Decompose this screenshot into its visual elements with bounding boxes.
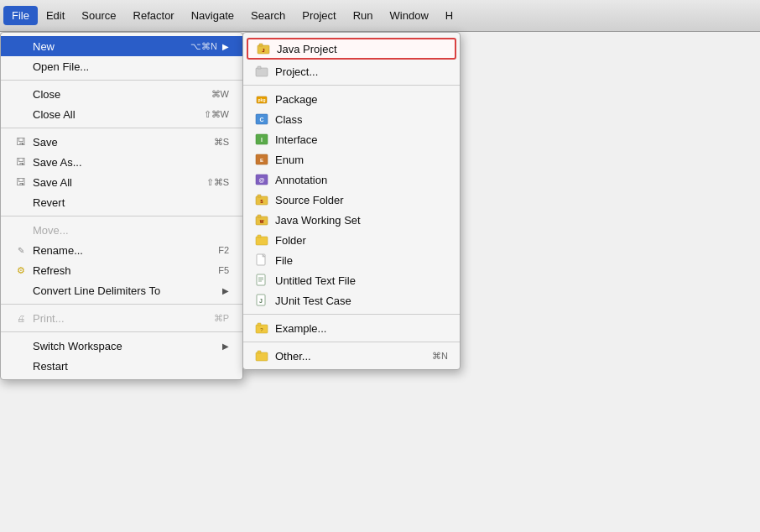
- menu-item-print-left: 🖨 Print...: [14, 311, 65, 325]
- java-project-icon: J: [257, 42, 270, 55]
- menu-item-refresh-label: Refresh: [33, 264, 71, 277]
- menu-item-close-all-label: Close All: [33, 108, 75, 121]
- menu-item-revert-label: Revert: [33, 196, 65, 209]
- separator-1: [1, 80, 242, 81]
- svg-rect-4: [258, 66, 261, 69]
- menu-item-print: 🖨 Print... ⌘P: [1, 308, 242, 328]
- menubar-navigate[interactable]: Navigate: [183, 6, 242, 25]
- submenu-sep-1: [243, 85, 460, 86]
- menu-item-refresh[interactable]: ⚙ Refresh F5: [1, 260, 242, 280]
- new-arrow: ▶: [222, 42, 229, 51]
- submenu-item-folder[interactable]: Folder: [243, 230, 460, 250]
- menu-item-save[interactable]: 🖫 Save ⌘S: [1, 132, 242, 152]
- convert-icon: [14, 284, 28, 297]
- close-shortcut: ⌘W: [211, 89, 229, 100]
- submenu-item-file[interactable]: File: [243, 250, 460, 270]
- menubar-help[interactable]: H: [437, 6, 461, 25]
- svg-text:pkg: pkg: [258, 97, 266, 102]
- menu-item-save-all-label: Save All: [33, 176, 72, 189]
- menu-item-convert-line[interactable]: Convert Line Delimiters To ▶: [1, 280, 242, 300]
- submenu-item-class[interactable]: C Class: [243, 109, 460, 129]
- menubar-search[interactable]: Search: [242, 6, 294, 25]
- menu-item-close-all[interactable]: Close All ⇧⌘W: [1, 104, 242, 124]
- submenu-item-untitled-text-file[interactable]: Untitled Text File: [243, 270, 460, 290]
- source-folder-icon: S: [255, 193, 268, 206]
- rename-icon: ✎: [14, 243, 28, 257]
- submenu-file-label: File: [275, 254, 293, 267]
- menu-item-rename-label: Rename...: [33, 244, 83, 257]
- menu-item-save-all[interactable]: 🖫 Save All ⇧⌘S: [1, 172, 242, 192]
- save-as-icon: 🖫: [14, 155, 28, 169]
- submenu-item-java-project[interactable]: J Java Project: [247, 38, 456, 60]
- menu-item-close-all-left: Close All: [14, 107, 75, 121]
- save-all-icon: 🖫: [14, 175, 28, 189]
- menubar-project[interactable]: Project: [294, 6, 344, 25]
- submenu-item-java-working-set[interactable]: W Java Working Set: [243, 210, 460, 230]
- menubar-edit[interactable]: Edit: [38, 6, 73, 25]
- menu-item-rename[interactable]: ✎ Rename... F2: [1, 240, 242, 260]
- menu-item-new[interactable]: New ⌥⌘N ▶: [1, 36, 242, 56]
- submenu-java-project-label: Java Project: [277, 43, 337, 55]
- menu-item-close[interactable]: Close ⌘W: [1, 84, 242, 104]
- submenu-item-project[interactable]: Project...: [243, 61, 460, 81]
- menubar-refactor[interactable]: Refactor: [125, 6, 183, 25]
- switch-arrow: ▶: [222, 342, 229, 351]
- submenu-source-folder-label: Source Folder: [275, 194, 344, 206]
- submenu-enum-label: Enum: [275, 154, 304, 166]
- menu-item-open-file[interactable]: Open File...: [1, 56, 242, 76]
- class-icon: C: [255, 112, 268, 126]
- submenu-item-interface[interactable]: I Interface: [243, 129, 460, 149]
- save-all-shortcut: ⇧⌘S: [206, 177, 229, 188]
- submenu-item-enum[interactable]: E Enum: [243, 149, 460, 170]
- menu-item-rename-left: ✎ Rename...: [14, 243, 83, 257]
- new-submenu: J Java Project Project... pkg Package: [242, 32, 461, 370]
- submenu-annotation-label: Annotation: [275, 174, 327, 186]
- svg-text:E: E: [260, 158, 263, 163]
- svg-text:C: C: [259, 117, 263, 123]
- file-icon: [255, 253, 268, 267]
- menu-item-refresh-left: ⚙ Refresh: [14, 263, 71, 277]
- separator-5: [1, 331, 242, 332]
- submenu-package-label: Package: [275, 93, 318, 106]
- separator-4: [1, 304, 242, 305]
- submenu-interface-label: Interface: [275, 133, 318, 146]
- menu-item-move-label: Move...: [33, 224, 69, 237]
- menu-item-open-file-left: Open File...: [14, 60, 89, 73]
- menubar-source[interactable]: Source: [73, 6, 124, 25]
- menubar-run[interactable]: Run: [345, 6, 382, 25]
- menu-item-switch-workspace[interactable]: Switch Workspace ▶: [1, 336, 242, 356]
- submenu-item-package[interactable]: pkg Package: [243, 89, 460, 109]
- package-icon: pkg: [255, 92, 268, 106]
- rename-shortcut: F2: [218, 245, 229, 255]
- menubar-file[interactable]: File: [3, 6, 38, 25]
- menu-item-revert[interactable]: Revert: [1, 192, 242, 212]
- close-all-icon: [14, 107, 28, 121]
- menu-item-print-label: Print...: [33, 312, 65, 325]
- submenu-item-annotation[interactable]: @ Annotation: [243, 170, 460, 190]
- svg-rect-1: [259, 44, 263, 46]
- folder-icon: [255, 233, 268, 247]
- menu-item-restart[interactable]: Restart: [1, 356, 242, 376]
- svg-rect-22: [258, 235, 261, 237]
- close-all-shortcut: ⇧⌘W: [204, 109, 229, 120]
- submenu-example-label: Example...: [275, 322, 326, 335]
- svg-text:I: I: [261, 137, 263, 143]
- separator-2: [1, 128, 242, 128]
- submenu-item-example[interactable]: ? Example...: [243, 318, 460, 338]
- menu-item-move: Move...: [1, 220, 242, 240]
- submenu-item-source-folder[interactable]: S Source Folder: [243, 190, 460, 210]
- submenu-item-other[interactable]: Other... ⌘N: [243, 346, 460, 366]
- menubar-window[interactable]: Window: [382, 6, 437, 25]
- switch-workspace-icon: [14, 339, 28, 352]
- refresh-shortcut: F5: [218, 265, 229, 275]
- menu-item-save-as[interactable]: 🖫 Save As...: [1, 152, 242, 172]
- submenu-item-junit-test-case[interactable]: J JUnit Test Case: [243, 290, 460, 310]
- svg-text:@: @: [259, 177, 265, 183]
- separator-3: [1, 216, 242, 216]
- print-shortcut: ⌘P: [214, 313, 229, 324]
- submenu-sep-3: [243, 342, 460, 342]
- enum-icon: E: [255, 153, 268, 166]
- save-icon: 🖫: [14, 135, 28, 149]
- menubar: File Edit Source Refactor Navigate Searc…: [0, 0, 760, 32]
- menu-item-save-left: 🖫 Save: [14, 135, 58, 149]
